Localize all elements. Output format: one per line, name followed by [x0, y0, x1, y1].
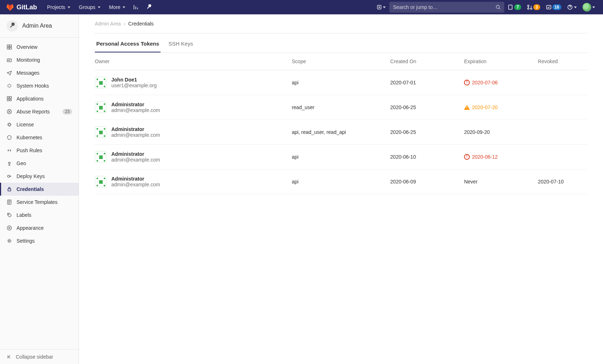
todos-badge: 16 [552, 4, 561, 10]
expiration-cell: Never [464, 179, 538, 185]
created-cell: 2020-06-10 [390, 154, 464, 160]
svg-rect-21 [8, 189, 11, 191]
svg-point-20 [8, 175, 10, 177]
user-menu[interactable] [580, 1, 597, 13]
sidebar-item-label: Kubernetes [17, 135, 42, 140]
tab-personal-access-tokens[interactable]: Personal Access Tokens [95, 36, 161, 52]
sidebar-item-icon [6, 44, 12, 50]
sidebar-item-label: Push Rules [17, 148, 42, 153]
sidebar-item-service-templates[interactable]: Service Templates [0, 196, 79, 209]
sidebar-item-label: Applications [17, 96, 44, 102]
sidebar-item-license[interactable]: License [0, 118, 79, 131]
svg-point-4 [528, 8, 529, 9]
nav-projects[interactable]: Projects [43, 2, 74, 12]
owner-name[interactable]: Administrator [111, 151, 160, 157]
sidebar-header[interactable]: Admin Area [0, 14, 79, 38]
col-scope: Scope [292, 59, 390, 64]
svg-rect-12 [7, 59, 11, 62]
table-row: John Doe1user1@example.orgapi2020-07-012… [95, 70, 587, 95]
svg-point-19 [9, 162, 10, 164]
sidebar-item-icon [6, 238, 12, 244]
sidebar-item-abuse-reports[interactable]: Abuse Reports23 [0, 105, 79, 118]
sidebar-item-icon [6, 96, 12, 102]
created-cell: 2020-07-01 [390, 80, 464, 85]
search-icon [496, 5, 501, 10]
sidebar-item-icon [6, 148, 12, 153]
sidebar-item-messages[interactable]: Messages [0, 66, 79, 79]
sidebar-item-label: Overview [17, 44, 37, 50]
expiration-cell: 2020-07-06 [464, 80, 538, 85]
collapse-sidebar-button[interactable]: Collapse sidebar [0, 350, 79, 364]
created-cell: 2020-06-25 [390, 104, 464, 110]
main-content: Admin Area › Credentials Personal Access… [79, 14, 603, 364]
admin-wrench-icon[interactable] [143, 2, 155, 12]
sidebar-item-geo[interactable]: Geo [0, 157, 79, 170]
avatar [95, 176, 106, 187]
brand-name: GitLab [17, 4, 37, 11]
owner-email: admin@example.com [111, 157, 160, 163]
owner-name[interactable]: John Doe1 [111, 77, 157, 83]
brand-logo[interactable]: GitLab [6, 3, 37, 11]
table-body: John Doe1user1@example.orgapi2020-07-012… [95, 70, 587, 194]
svg-point-1 [496, 5, 500, 9]
owner-email: user1@example.org [111, 83, 157, 88]
issues-counter[interactable]: 7 [506, 3, 523, 11]
sidebar-item-applications[interactable]: Applications [0, 92, 79, 105]
sidebar-item-appearance[interactable]: Appearance [0, 221, 79, 234]
breadcrumb-root[interactable]: Admin Area [95, 21, 121, 27]
table-row: Administratoradmin@example.comapi2020-06… [95, 145, 587, 169]
sidebar-item-kubernetes[interactable]: Kubernetes [0, 131, 79, 144]
sidebar-item-icon [6, 83, 12, 89]
svg-rect-13 [7, 97, 9, 98]
help-menu[interactable] [565, 3, 579, 11]
todos-counter[interactable]: 16 [544, 3, 563, 11]
collapse-sidebar-label: Collapse sidebar [16, 354, 53, 360]
warning-icon [464, 105, 470, 110]
scope-cell: api [292, 154, 390, 160]
sidebar-item-label: Appearance [17, 225, 44, 231]
new-button[interactable] [375, 3, 388, 11]
svg-rect-8 [7, 45, 9, 47]
milestones-icon[interactable] [130, 2, 142, 12]
merge-requests-counter[interactable]: 3 [525, 3, 542, 11]
sidebar-item-push-rules[interactable]: Push Rules [0, 144, 79, 157]
svg-point-26 [9, 240, 10, 242]
expiration-cell: 2020-06-12 [464, 154, 538, 160]
col-expiration: Expiration [464, 59, 538, 64]
owner-name[interactable]: Administrator [111, 126, 160, 132]
sidebar-item-labels[interactable]: Labels [0, 209, 79, 221]
sidebar-item-settings[interactable]: Settings [0, 234, 79, 247]
sidebar-item-deploy-keys[interactable]: Deploy Keys [0, 170, 79, 183]
sidebar-item-credentials[interactable]: Credentials [0, 183, 79, 196]
owner-name[interactable]: Administrator [111, 176, 160, 182]
sidebar-item-label: Messages [17, 70, 40, 76]
expiration-cell: 2020-09-20 [464, 129, 538, 135]
revoked-cell: 2020-07-10 [538, 179, 587, 185]
search-box[interactable] [389, 2, 504, 13]
owner-email: admin@example.com [111, 107, 160, 113]
wrench-icon [6, 20, 18, 32]
sidebar-item-icon [6, 57, 12, 63]
col-revoked: Revoked [538, 59, 587, 64]
sidebar-item-label: Labels [17, 212, 31, 218]
gitlab-icon [6, 3, 14, 11]
sidebar-item-icon [6, 160, 12, 166]
sidebar-item-icon [6, 225, 12, 231]
admin-sidebar: Admin Area OverviewMonitoringMessagesSys… [0, 14, 79, 364]
nav-groups[interactable]: Groups [75, 2, 104, 12]
nav-more[interactable]: More [106, 2, 129, 12]
sidebar-item-monitoring[interactable]: Monitoring [0, 53, 79, 66]
sidebar-item-system-hooks[interactable]: System Hooks [0, 79, 79, 92]
sidebar-item-icon [6, 135, 12, 140]
svg-point-18 [8, 123, 10, 126]
sidebar-title: Admin Area [22, 23, 52, 29]
sidebar-item-overview[interactable]: Overview [0, 41, 79, 53]
tab-ssh-keys[interactable]: SSH Keys [167, 36, 194, 52]
tabs: Personal Access TokensSSH Keys [95, 36, 587, 53]
owner-name[interactable]: Administrator [111, 102, 160, 107]
search-input[interactable] [393, 4, 496, 10]
table-header: Owner Scope Created On Expiration Revoke… [95, 53, 587, 70]
sidebar-item-label: Service Templates [17, 199, 57, 205]
error-icon [464, 154, 470, 160]
breadcrumb-current: Credentials [128, 21, 154, 27]
